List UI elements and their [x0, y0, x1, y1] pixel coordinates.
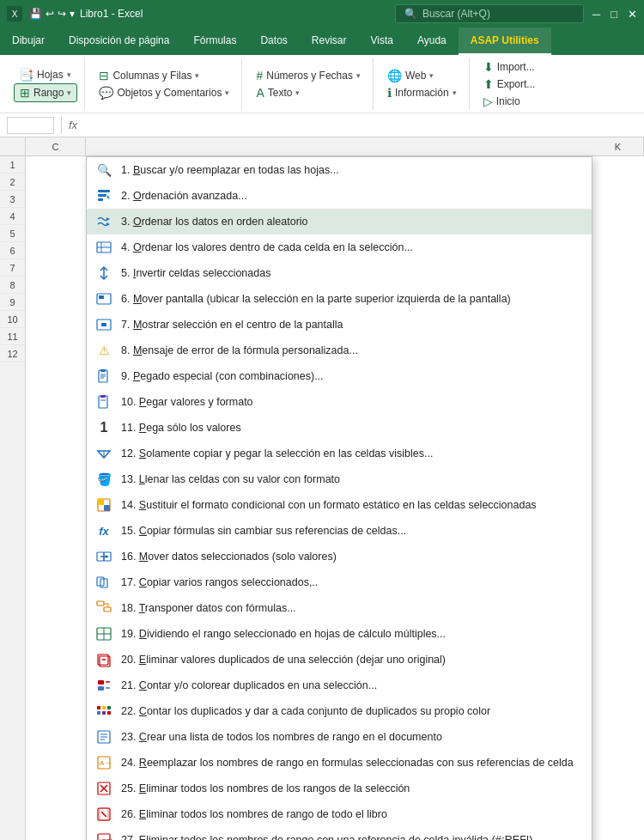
- tab-datos[interactable]: Datos: [248, 27, 299, 55]
- menu-item-25[interactable]: 25. Eliminar todos los nombres de los ra…: [87, 776, 592, 801]
- tab-asap[interactable]: ASAP Utilities: [459, 27, 551, 55]
- menu-item-11-text: 11. Pega sólo los valores: [121, 422, 241, 434]
- import-icon: ⬇: [483, 60, 494, 74]
- tab-revisar[interactable]: Revisar: [300, 27, 359, 55]
- search-icon: 🔍: [404, 8, 417, 20]
- svg-text:↑↓: ↑↓: [103, 242, 107, 247]
- menu-item-10[interactable]: 10. Pegar valores y formato: [87, 389, 592, 415]
- minimize-button[interactable]: ─: [592, 8, 600, 21]
- move-screen-icon: [95, 290, 112, 307]
- menu-item-19-text: 19. Dividiendo el rango seleccionado en …: [121, 628, 446, 640]
- menu-item-7[interactable]: 7. Mostrar selección en el centro de la …: [87, 312, 592, 338]
- row-3: 3: [0, 191, 25, 208]
- svg-rect-1: [98, 194, 106, 197]
- redo-icon[interactable]: ↪: [58, 8, 66, 20]
- menu-item-11[interactable]: 1 11. Pega sólo los valores: [87, 415, 592, 441]
- menu-item-18[interactable]: 18. Transponer datos con fórmulas...: [87, 595, 592, 621]
- menu-item-4[interactable]: ↑↓ 4. Ordenar los valores dentro de cada…: [87, 234, 592, 260]
- menu-item-8[interactable]: ⚠ 8. Mensaje de error de la fórmula pers…: [87, 338, 592, 363]
- excel-icon: X: [7, 6, 22, 21]
- objetos-button[interactable]: 💬 Objetos y Comentarios ▾: [94, 84, 234, 101]
- informacion-caret: ▾: [453, 88, 457, 97]
- menu-item-13[interactable]: 🪣 13. Llenar las celdas con su valor con…: [87, 466, 592, 492]
- menu-item-17[interactable]: 17. Copiar varios rangos seleccionados,.…: [87, 569, 592, 595]
- split-sheets-icon: [95, 625, 112, 642]
- ribbon-content: 📑 Hojas ▾ ⊞ Rango ▾ ⊟ Columnas y Filas ▾…: [0, 55, 644, 113]
- ribbon-group-web: 🌐 Web ▾ ℹ Información ▾: [375, 58, 470, 110]
- menu-item-6[interactable]: 6. Mover pantalla (ubicar la selección e…: [87, 286, 592, 312]
- formula-divider: [61, 117, 62, 134]
- objetos-caret: ▾: [225, 88, 229, 97]
- rango-button[interactable]: ⊞ Rango ▾: [14, 83, 77, 102]
- numeros-button[interactable]: # Números y Fechas ▾: [251, 67, 366, 84]
- export-button[interactable]: ⬆ Export...: [478, 76, 541, 93]
- menu-item-2[interactable]: 2. Ordenación avanzada...: [87, 183, 592, 209]
- grid-area: 1 2 3 4 5 6 7 8 9 10 11 12 🔍 1. Buscar y…: [0, 156, 644, 840]
- svg-rect-18: [99, 396, 107, 408]
- inicio-button[interactable]: ▷ Inicio: [478, 93, 526, 110]
- menu-item-25-text: 25. Eliminar todos los nombres de los ra…: [121, 782, 410, 794]
- menu-item-21[interactable]: 21. Contar y/o colorear duplicados en un…: [87, 673, 592, 698]
- menu-item-1[interactable]: 🔍 1. Buscar y/o reemplazar en todas las …: [87, 157, 592, 183]
- texto-button[interactable]: A Texto ▾: [251, 84, 305, 101]
- search-box[interactable]: 🔍 Buscar (Alt+Q): [395, 4, 584, 23]
- columnas-button[interactable]: ⊟ Columnas y Filas ▾: [94, 67, 204, 84]
- delete-names-sel-icon: [95, 780, 112, 797]
- svg-rect-40: [98, 680, 104, 685]
- tab-dibujar[interactable]: Dibujar: [0, 27, 57, 55]
- menu-item-5-text: 5. Invertir celdas seleccionadas: [121, 267, 270, 279]
- menu-item-26[interactable]: 26. Eliminar todos los nombres de rango …: [87, 801, 592, 827]
- tab-ayuda[interactable]: Ayuda: [405, 27, 459, 55]
- menu-item-14[interactable]: 14. Sustituir el formato condicional con…: [87, 492, 592, 518]
- transpose-icon: [95, 600, 112, 617]
- tab-disposicion[interactable]: Disposición de página: [57, 27, 181, 55]
- tab-formulas[interactable]: Fórmulas: [181, 27, 248, 55]
- menu-item-19[interactable]: 19. Dividiendo el rango seleccionado en …: [87, 621, 592, 647]
- delete-names-book-icon: [95, 806, 112, 823]
- menu-item-17-text: 17. Copiar varios rangos seleccionados,.…: [121, 576, 318, 588]
- save-icon[interactable]: 💾: [29, 8, 42, 20]
- menu-item-8-text: 8. Mensaje de error de la fórmula person…: [121, 344, 358, 356]
- web-button[interactable]: 🌐 Web ▾: [382, 67, 439, 84]
- menu-item-22[interactable]: 22. Contar los duplicados y dar a cada c…: [87, 698, 592, 724]
- menu-item-23[interactable]: 23. Crear una lista de todos los nombres…: [87, 724, 592, 750]
- menu-item-20[interactable]: 20. Eliminar valores duplicados de una s…: [87, 647, 592, 673]
- menu-item-27[interactable]: #REF 27. Eliminar todos los nombres de r…: [87, 827, 592, 840]
- count-color-dups-icon: [95, 677, 112, 694]
- columns-icon: ⊟: [99, 69, 109, 82]
- informacion-button[interactable]: ℹ Información ▾: [382, 84, 462, 101]
- copy-ranges-icon: [95, 574, 112, 591]
- tab-vista[interactable]: Vista: [359, 27, 405, 55]
- row-12: 12: [0, 345, 25, 362]
- menu-item-24[interactable]: A→B 24. Reemplazar los nombres de rango …: [87, 750, 592, 776]
- menu-item-3[interactable]: 3. Ordenar los datos en orden aleatorio: [87, 209, 592, 234]
- menu-item-20-text: 20. Eliminar valores duplicados de una s…: [121, 654, 446, 666]
- menu-item-9[interactable]: 9. Pegado especial (con combinaciones)..…: [87, 363, 592, 389]
- replace-names-icon: A→B: [95, 754, 112, 771]
- list-names-icon: [95, 728, 112, 746]
- sort-advanced-icon: [95, 187, 112, 204]
- dropdown-menu: 🔍 1. Buscar y/o reemplazar en todas las …: [86, 156, 592, 840]
- hojas-button[interactable]: 📑 Hojas ▾: [14, 66, 76, 83]
- column-headers: C K: [0, 137, 644, 156]
- menu-item-23-text: 23. Crear una lista de todos los nombres…: [121, 731, 442, 743]
- svg-rect-46: [107, 706, 111, 709]
- menu-item-5[interactable]: 5. Invertir celdas seleccionadas: [87, 260, 592, 286]
- svg-rect-25: [104, 505, 110, 511]
- cell-reference[interactable]: [7, 117, 54, 134]
- maximize-button[interactable]: □: [611, 8, 617, 21]
- row-1: 1: [0, 156, 25, 173]
- copy-formulas-icon: fx: [95, 522, 112, 539]
- close-button[interactable]: ✕: [628, 8, 637, 21]
- menu-item-15[interactable]: fx 15. Copiar fórmulas sin cambiar sus r…: [87, 518, 592, 544]
- menu-item-12[interactable]: 12. Solamente copiar y pegar la selecció…: [87, 441, 592, 466]
- menu-item-2-text: 2. Ordenación avanzada...: [121, 190, 247, 202]
- menu-item-12-text: 12. Solamente copiar y pegar la selecció…: [121, 447, 433, 460]
- row-5: 5: [0, 225, 25, 242]
- center-screen-icon: [95, 316, 112, 333]
- customize-icon[interactable]: ▾: [70, 8, 75, 20]
- import-button[interactable]: ⬇ Import...: [478, 58, 540, 76]
- undo-icon[interactable]: ↩: [46, 8, 54, 20]
- menu-item-16[interactable]: 16. Mover datos seleccionados (solo valo…: [87, 544, 592, 569]
- menu-item-7-text: 7. Mostrar selección en el centro de la …: [121, 319, 343, 331]
